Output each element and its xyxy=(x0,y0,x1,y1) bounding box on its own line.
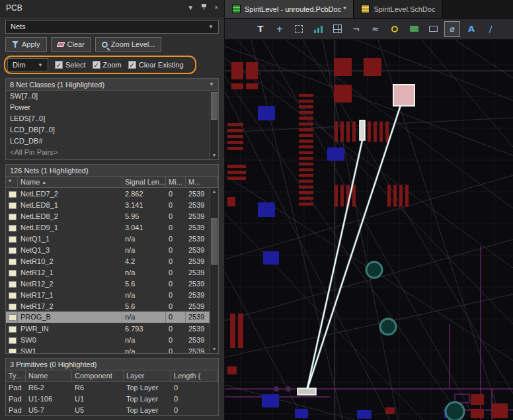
primitives-column-headers: Ty...▲ Name Component Layer Length ( xyxy=(6,370,218,382)
line-tool-icon[interactable]: / xyxy=(483,21,498,37)
polygon-pour-icon[interactable] xyxy=(425,21,441,37)
zoom-level-button[interactable]: Zoom Level... xyxy=(95,37,162,52)
document-tabs: SpiritLevel - unrouted.PcbDoc *SpiritLev… xyxy=(225,0,513,19)
filter-buttons: ApplyClearZoom Level... xyxy=(5,37,219,52)
primitives-block: 3 Primitives (0 Highlighted) Ty...▲ Name… xyxy=(5,358,219,416)
scroll-down-icon[interactable]: ▼ xyxy=(210,346,218,353)
highlighted-pad-vertical xyxy=(360,120,365,140)
net-color-swatch xyxy=(9,259,17,265)
pin-icon[interactable] xyxy=(201,3,207,12)
selection-area-icon[interactable] xyxy=(291,21,307,37)
net-row[interactable]: NetLED9_13.04102539 xyxy=(6,222,210,233)
net-class-item[interactable]: Power xyxy=(6,102,210,113)
dimension-icon[interactable]: ⌀ xyxy=(444,21,460,37)
checkbox-box: ✓ xyxy=(93,61,100,69)
nets-rows: NetLED7_22.86202539NetLED8_13.14102539Ne… xyxy=(6,188,210,353)
nets-header: 126 Nets (1 Highlighted) xyxy=(6,165,218,177)
column-header-type[interactable]: Ty...▲ xyxy=(6,370,26,381)
primitives-header-label: 3 Primitives (0 Highlighted) xyxy=(10,360,97,368)
altium-window: PCB ▼× Nets ▼ ApplyClearZoom Level... Di… xyxy=(0,0,513,420)
column-header-component[interactable]: Component xyxy=(72,370,124,381)
histogram-icon[interactable] xyxy=(310,21,326,37)
panel-menu-icon[interactable]: ▼ xyxy=(187,5,194,11)
net-color-swatch xyxy=(9,281,17,288)
net-row[interactable]: NetQ1_3n/a02539 xyxy=(6,244,210,255)
column-header-signal-length[interactable]: Signal Len... xyxy=(122,177,166,187)
column-header-min[interactable]: Mi... xyxy=(166,177,186,187)
differential-pair-route-icon[interactable]: ≈ xyxy=(368,21,383,37)
net-row[interactable]: NetR17_1n/a02539 xyxy=(6,289,210,300)
sch-doc-icon xyxy=(361,5,370,13)
net-row[interactable]: PWR_IN6.79302539 xyxy=(6,323,210,334)
net-row[interactable]: NetQ1_1n/a02539 xyxy=(6,233,210,244)
net-classes-header[interactable]: 8 Net Classes (1 Highlighted) ▼ xyxy=(6,79,218,91)
net-row[interactable]: NetR12_25.602539 xyxy=(6,278,210,289)
net-color-swatch xyxy=(9,214,17,220)
panel-title: PCB xyxy=(6,3,22,13)
net-classes-block: 8 Net Classes (1 Highlighted) ▼ SW[7..0]… xyxy=(5,78,219,160)
checkbox-select[interactable]: ✓Select xyxy=(55,61,86,69)
eraser-icon xyxy=(56,42,64,47)
primitive-row[interactable]: PadU5-7U5Top Layer0 xyxy=(6,404,218,415)
net-classes-scrollbar[interactable]: ▼ xyxy=(210,91,218,159)
checkbox-zoom[interactable]: ✓Zoom xyxy=(93,61,122,69)
sort-asc-icon: ▲ xyxy=(42,180,46,185)
fill-icon[interactable] xyxy=(406,21,422,37)
column-header-max[interactable]: M... xyxy=(186,177,218,187)
nets-header-label: 126 Nets (1 Highlighted) xyxy=(10,167,89,175)
net-row[interactable]: NetLED7_22.86202539 xyxy=(6,188,210,199)
primitive-row[interactable]: PadU1-106U1Top Layer0 xyxy=(6,393,218,404)
primitive-row[interactable]: PadR6-2R6Top Layer0 xyxy=(6,382,218,393)
net-row[interactable]: NetR12_1n/a02539 xyxy=(6,267,210,278)
net-row[interactable]: SW1n/a02539 xyxy=(6,345,210,353)
scroll-down-icon[interactable]: ▼ xyxy=(210,152,218,159)
net-row[interactable]: SW0n/a02539 xyxy=(6,334,210,345)
grid-icon[interactable] xyxy=(329,21,345,37)
column-header-name[interactable]: Name xyxy=(26,370,72,381)
net-row[interactable]: NetR10_24.202539 xyxy=(6,255,210,267)
apply-button[interactable]: Apply xyxy=(5,37,47,52)
net-row[interactable]: NetR17_25.602539 xyxy=(6,300,210,312)
highlighted-net xyxy=(297,85,414,395)
net-color-swatch xyxy=(9,314,17,321)
primitives-header: 3 Primitives (0 Highlighted) xyxy=(6,358,218,370)
checkbox-box: ✓ xyxy=(128,61,136,69)
net-row[interactable]: NetLED8_13.14102539 xyxy=(6,199,210,210)
net-row[interactable]: PROG_Bn/a02539 xyxy=(6,312,210,323)
grid-lines xyxy=(225,40,513,420)
string-tool-icon[interactable]: A xyxy=(463,21,479,37)
filter-type-select[interactable]: Nets ▼ xyxy=(5,20,219,34)
net-color-swatch xyxy=(9,304,17,310)
scrollbar-thumb[interactable] xyxy=(211,218,217,265)
net-row[interactable]: NetLED8_25.9502539 xyxy=(6,210,210,222)
chevron-down-icon: ▼ xyxy=(209,81,214,87)
net-class-item[interactable]: <All Pin Pairs> xyxy=(6,147,210,158)
place-component-icon[interactable]: + xyxy=(272,21,288,37)
tab-pcbdoc[interactable]: SpiritLevel - unrouted.PcbDoc * xyxy=(225,0,354,18)
dim-select[interactable]: Dim ▼ xyxy=(7,58,48,71)
editor-toolbar-icons: T+¬≈⌀A/ xyxy=(225,19,513,40)
tab-schdoc[interactable]: SpiritLevel.SchDoc xyxy=(354,0,443,18)
net-class-item[interactable]: LCD_DB[7..0] xyxy=(6,124,210,136)
checkbox-clear-existing[interactable]: ✓Clear Existing xyxy=(128,61,184,69)
column-header-name[interactable]: Name▲ xyxy=(18,177,122,187)
funnel-icon xyxy=(12,41,19,48)
scrollbar-thumb[interactable] xyxy=(211,92,217,120)
net-class-item[interactable]: LEDS[7..0] xyxy=(6,113,210,124)
net-color-swatch xyxy=(9,191,17,198)
interactive-route-icon[interactable]: ¬ xyxy=(348,21,364,37)
scroll-up-icon[interactable]: ▲ xyxy=(210,189,218,195)
close-icon[interactable]: × xyxy=(214,5,218,11)
via-icon[interactable] xyxy=(387,21,403,37)
net-color-swatch xyxy=(9,247,17,254)
net-class-item[interactable]: LCD_DB# xyxy=(6,136,210,147)
pcb-canvas[interactable] xyxy=(225,40,513,420)
column-header-length[interactable]: Length ( xyxy=(171,370,218,381)
text-tool-icon[interactable]: T xyxy=(253,21,268,37)
column-header-layer[interactable]: Layer xyxy=(124,370,171,381)
nets-scrollbar[interactable]: ▲ ▼ xyxy=(210,188,218,353)
highlighted-pad-bottom xyxy=(297,388,316,395)
column-header-star[interactable]: * xyxy=(6,177,18,187)
net-class-item[interactable]: SW[7..0] xyxy=(6,91,210,102)
clear-button[interactable]: Clear xyxy=(51,37,91,52)
